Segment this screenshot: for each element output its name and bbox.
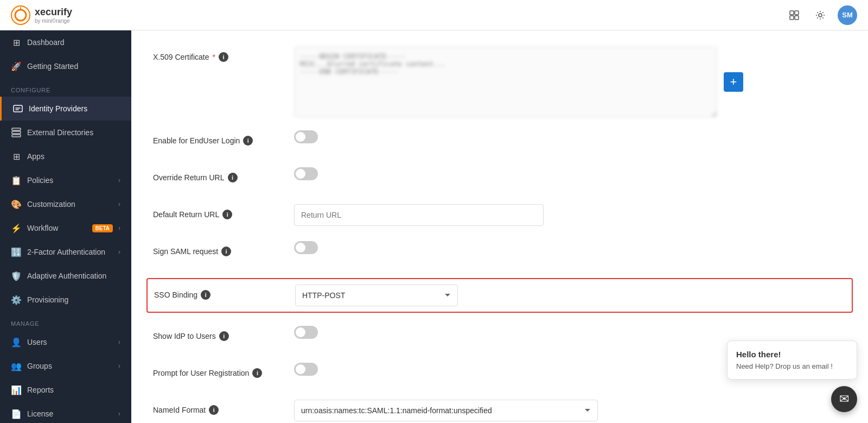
sidebar-label-provisioning: Provisioning xyxy=(27,295,120,304)
override-return-url-slider xyxy=(294,167,318,180)
sidebar-label-dashboard: Dashboard xyxy=(27,38,120,47)
svg-rect-9 xyxy=(12,128,21,130)
chat-widget-title: Hello there! xyxy=(736,350,848,359)
logo-name: xecurify xyxy=(35,7,72,17)
logo-sub: by mini©range xyxy=(35,18,72,24)
override-return-url-label: Override Return URL i xyxy=(153,167,294,182)
sidebar-item-customization[interactable]: 🎨 Customization › xyxy=(0,192,131,216)
default-return-url-input[interactable] xyxy=(294,204,544,226)
sidebar-item-groups[interactable]: 👥 Groups › xyxy=(0,354,131,378)
override-return-url-toggle[interactable] xyxy=(294,167,318,180)
sidebar-item-provisioning[interactable]: ⚙️ Provisioning xyxy=(0,288,131,312)
enable-enduser-toggle[interactable] xyxy=(294,130,318,143)
sidebar-label-groups: Groups xyxy=(27,362,113,370)
policies-icon: 📋 xyxy=(11,175,22,186)
sign-saml-info-icon[interactable]: i xyxy=(221,247,231,256)
default-return-url-row: Default Return URL i xyxy=(153,204,846,228)
dashboard-icon: ⊞ xyxy=(11,37,22,48)
manage-section-label: Manage xyxy=(0,312,131,330)
customization-icon: 🎨 xyxy=(11,199,22,210)
sidebar-item-apps[interactable]: ⊞ Apps xyxy=(0,144,131,168)
x509-textarea[interactable] xyxy=(294,47,717,117)
logo: xecurify by mini©range xyxy=(11,5,72,25)
sign-saml-slider xyxy=(294,241,318,254)
configure-section-label: Configure xyxy=(0,78,131,97)
2fa-chevron: › xyxy=(118,248,120,256)
sign-saml-label: Sign SAML request i xyxy=(153,241,294,256)
layout-icon-button[interactable] xyxy=(786,7,803,24)
groups-icon: 👥 xyxy=(11,361,22,371)
prompt-registration-toggle[interactable] xyxy=(294,363,318,376)
sign-saml-toggle[interactable] xyxy=(294,241,318,254)
chat-fab-button[interactable]: ✉ xyxy=(831,386,857,412)
sidebar-item-external-directories[interactable]: External Directories xyxy=(0,121,131,144)
default-return-url-label: Default Return URL i xyxy=(153,204,294,219)
header-right: SM xyxy=(786,5,857,25)
sidebar-label-reports: Reports xyxy=(27,386,120,394)
sidebar-label-external-directories: External Directories xyxy=(27,128,120,137)
avatar[interactable]: SM xyxy=(838,5,857,25)
show-idp-info-icon[interactable]: i xyxy=(219,331,229,341)
override-return-url-info-icon[interactable]: i xyxy=(228,173,238,182)
license-icon: 📄 xyxy=(11,408,22,419)
sidebar-label-customization: Customization xyxy=(27,200,113,209)
sidebar-label-2fa: 2-Factor Authentication xyxy=(27,248,113,256)
sidebar-label-workflow: Workflow xyxy=(27,224,87,232)
nameid-format-control: urn:oasis:names:tc:SAML:1.1:nameid-forma… xyxy=(294,400,846,421)
sidebar-label-getting-started: Getting Started xyxy=(27,62,120,71)
x509-control: + xyxy=(294,47,846,117)
svg-rect-10 xyxy=(12,131,21,134)
enable-enduser-info-icon[interactable]: i xyxy=(243,136,253,146)
sidebar-item-dashboard[interactable]: ⊞ Dashboard xyxy=(0,30,131,54)
workflow-chevron: › xyxy=(118,224,120,232)
external-directories-icon xyxy=(11,127,22,138)
apps-icon: ⊞ xyxy=(11,151,22,162)
sidebar-label-adaptive-auth: Adaptive Authentication xyxy=(27,272,120,280)
customization-chevron: › xyxy=(118,200,120,208)
show-idp-toggle[interactable] xyxy=(294,326,318,339)
logo-icon xyxy=(11,5,30,25)
sidebar-item-workflow[interactable]: ⚡ Workflow BETA › xyxy=(0,216,131,240)
adaptive-auth-icon: 🛡️ xyxy=(11,270,22,281)
settings-icon-button[interactable] xyxy=(812,7,829,24)
svg-rect-11 xyxy=(12,135,21,137)
sso-binding-select[interactable]: HTTP-POST HTTP-Redirect xyxy=(295,285,458,306)
nameid-format-select[interactable]: urn:oasis:names:tc:SAML:1.1:nameid-forma… xyxy=(294,400,598,421)
sidebar-item-users[interactable]: 👤 Users › xyxy=(0,330,131,354)
sidebar-item-policies[interactable]: 📋 Policies › xyxy=(0,168,131,192)
enable-enduser-control xyxy=(294,130,846,143)
2fa-icon: 🔢 xyxy=(11,247,22,257)
sidebar-item-license[interactable]: 📄 License › xyxy=(0,402,131,423)
header: xecurify by mini©range SM xyxy=(0,0,868,30)
sidebar-label-identity-providers: Identity Providers xyxy=(29,104,120,113)
show-idp-control xyxy=(294,326,846,339)
sso-binding-label: SSO Binding i xyxy=(154,285,295,300)
chat-widget: Hello there! Need Help? Drop us an email… xyxy=(727,340,857,380)
license-chevron: › xyxy=(118,410,120,418)
x509-info-icon[interactable]: i xyxy=(219,52,228,62)
nameid-format-info-icon[interactable]: i xyxy=(209,405,219,415)
enable-enduser-label: Enable for EndUser Login i xyxy=(153,130,294,146)
prompt-registration-info-icon[interactable]: i xyxy=(252,368,262,378)
users-chevron: › xyxy=(118,338,120,346)
sidebar-item-identity-providers[interactable]: Identity Providers xyxy=(0,97,131,121)
sso-binding-info-icon[interactable]: i xyxy=(201,290,210,300)
sidebar-item-reports[interactable]: 📊 Reports xyxy=(0,378,131,402)
identity-providers-icon xyxy=(12,103,23,114)
svg-rect-3 xyxy=(790,11,794,15)
sign-saml-row: Sign SAML request i xyxy=(153,241,846,265)
sidebar-item-2fa[interactable]: 🔢 2-Factor Authentication › xyxy=(0,240,131,264)
nameid-format-row: NameId Format i urn:oasis:names:tc:SAML:… xyxy=(153,400,846,423)
sso-binding-row: SSO Binding i HTTP-POST HTTP-Redirect xyxy=(146,278,853,313)
default-return-url-info-icon[interactable]: i xyxy=(222,210,232,219)
svg-rect-5 xyxy=(790,16,794,20)
show-idp-label: Show IdP to Users i xyxy=(153,326,294,341)
sidebar-label-apps: Apps xyxy=(27,152,120,161)
groups-chevron: › xyxy=(118,362,120,370)
sidebar-item-adaptive-auth[interactable]: 🛡️ Adaptive Authentication xyxy=(0,264,131,288)
sidebar-label-license: License xyxy=(27,409,113,418)
chat-widget-body: Need Help? Drop us an email ! xyxy=(736,362,848,370)
sidebar-item-getting-started[interactable]: 🚀 Getting Started xyxy=(0,54,131,78)
show-idp-slider xyxy=(294,326,318,339)
cert-add-button[interactable]: + xyxy=(724,72,743,92)
